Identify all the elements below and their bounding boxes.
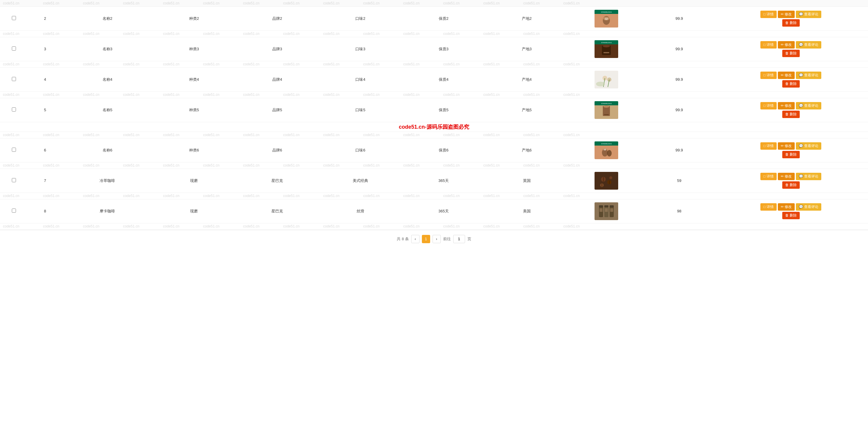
product-image	[594, 202, 618, 220]
row-taste: 口味2	[319, 6, 402, 30]
delete-button[interactable]: 🗑 删除	[782, 111, 800, 118]
row-checkbox-cell	[0, 67, 28, 91]
row-actions: □ 详情 ✏ 修改 💬 查看评论 🗑 删除	[714, 67, 868, 91]
row-type: 种类3	[153, 37, 236, 61]
row-taste: 口味5	[319, 98, 402, 122]
row-checkbox[interactable]	[12, 208, 16, 213]
row-origin: 产地4	[485, 67, 568, 91]
row-brand: 品牌3	[236, 37, 319, 61]
row-checkbox-cell	[0, 138, 28, 162]
detail-button[interactable]: □ 详情	[761, 173, 777, 180]
pagination: 共 8 条 ‹ 1 › 前往 页	[0, 230, 868, 248]
row-actions: □ 详情 ✏ 修改 💬 查看评论 🗑 删除	[714, 6, 868, 30]
detail-button[interactable]: □ 详情	[761, 142, 777, 150]
row-type: 种类6	[153, 138, 236, 162]
row-id: 3	[28, 37, 62, 61]
row-actions: □ 详情 ✏ 修改 💬 查看评论 🗑 删除	[714, 138, 868, 162]
row-checkbox[interactable]	[12, 178, 16, 182]
detail-button[interactable]: □ 详情	[761, 41, 777, 49]
detail-button[interactable]: □ 详情	[761, 11, 777, 18]
row-type: 现磨	[153, 199, 236, 223]
row-checkbox[interactable]	[12, 77, 16, 81]
action-top-buttons: □ 详情 ✏ 修改 💬 查看评论	[716, 203, 866, 210]
row-quality: 365天	[402, 169, 485, 193]
svg-text:12: 12	[605, 18, 608, 20]
row-checkbox[interactable]	[12, 107, 16, 112]
row-origin: 产地3	[485, 37, 568, 61]
row-brand: 星巴克	[236, 199, 319, 223]
review-button[interactable]: 💬 查看评论	[796, 173, 821, 180]
edit-button[interactable]: ✏ 修改	[778, 203, 795, 210]
row-checkbox-cell	[0, 98, 28, 122]
detail-button[interactable]: □ 详情	[761, 203, 777, 210]
row-checkbox-cell	[0, 199, 28, 223]
review-button[interactable]: 💬 查看评论	[796, 41, 821, 49]
delete-button[interactable]: 🗑 删除	[782, 50, 800, 57]
product-image: STARBUCKS	[594, 40, 618, 58]
action-top-buttons: □ 详情 ✏ 修改 💬 查看评论	[716, 72, 866, 79]
table-row: 3 名称3 种类3 品牌3 口味3 保质3 产地3 STARBUCKS 99.9…	[0, 37, 868, 61]
review-button[interactable]: 💬 查看评论	[796, 11, 821, 18]
page-label: 页	[467, 236, 471, 242]
table-row: 5 名称5 种类5 品牌5 口味5 保质5 产地5 STARBUCKS 99.9…	[0, 98, 868, 122]
watermark-row: code51.cncode51.cncode51.cncode51.cncode…	[0, 30, 868, 37]
next-page-btn[interactable]: ›	[433, 235, 441, 243]
row-brand: 品牌6	[236, 138, 319, 162]
row-name: 名称2	[62, 6, 153, 30]
watermark-row: code51.cncode51.cncode51.cncode51.cncode…	[0, 91, 868, 98]
row-origin: 产地6	[485, 138, 568, 162]
svg-rect-47	[605, 208, 608, 212]
row-brand: 星巴克	[236, 169, 319, 193]
row-id: 8	[28, 199, 62, 223]
goto-input[interactable]	[453, 235, 465, 243]
edit-button[interactable]: ✏ 修改	[778, 11, 795, 18]
row-name: 名称5	[62, 98, 153, 122]
delete-button[interactable]: 🗑 删除	[782, 80, 800, 88]
row-name: 名称6	[62, 138, 153, 162]
action-top-buttons: □ 详情 ✏ 修改 💬 查看评论	[716, 41, 866, 49]
edit-button[interactable]: ✏ 修改	[778, 142, 795, 150]
review-button[interactable]: 💬 查看评论	[796, 142, 821, 150]
row-checkbox[interactable]	[12, 16, 16, 20]
action-bottom-buttons: 🗑 删除	[716, 50, 866, 57]
review-button[interactable]: 💬 查看评论	[796, 72, 821, 79]
svg-point-10	[603, 45, 610, 47]
row-actions: □ 详情 ✏ 修改 💬 查看评论 🗑 删除	[714, 199, 868, 223]
row-checkbox[interactable]	[12, 47, 16, 51]
row-id: 7	[28, 169, 62, 193]
detail-button[interactable]: □ 详情	[761, 72, 777, 79]
delete-button[interactable]: 🗑 删除	[782, 19, 800, 27]
row-origin: 产地2	[485, 6, 568, 30]
row-origin: 产地5	[485, 98, 568, 122]
action-top-buttons: □ 详情 ✏ 修改 💬 查看评论	[716, 102, 866, 110]
edit-button[interactable]: ✏ 修改	[778, 72, 795, 79]
svg-text:STARBUCKS: STARBUCKS	[601, 103, 612, 105]
page-1-btn[interactable]: 1	[422, 235, 430, 243]
product-image	[594, 172, 618, 190]
row-checkbox[interactable]	[12, 148, 16, 152]
svg-rect-46	[599, 208, 602, 212]
delete-button[interactable]: 🗑 删除	[782, 212, 800, 219]
svg-rect-23	[604, 114, 609, 115]
prev-page-btn[interactable]: ‹	[411, 235, 420, 243]
row-image-cell	[568, 169, 645, 193]
watermark-row: code51.cncode51.cncode51.cncode51.cncode…	[0, 223, 868, 230]
total-count: 共 8 条	[397, 236, 409, 242]
detail-button[interactable]: □ 详情	[761, 102, 777, 110]
svg-point-38	[609, 176, 612, 179]
delete-button[interactable]: 🗑 删除	[782, 151, 800, 158]
review-button[interactable]: 💬 查看评论	[796, 102, 821, 110]
edit-button[interactable]: ✏ 修改	[778, 102, 795, 110]
edit-button[interactable]: ✏ 修改	[778, 173, 795, 180]
row-checkbox-cell	[0, 6, 28, 30]
row-price: 99.9	[645, 67, 714, 91]
watermark-row: code51.cncode51.cncode51.cncode51.cncode…	[0, 162, 868, 169]
row-taste: 丝滑	[319, 199, 402, 223]
row-type: 种类2	[153, 6, 236, 30]
delete-button[interactable]: 🗑 删除	[782, 181, 800, 189]
svg-text:STARBUCKS: STARBUCKS	[601, 143, 612, 145]
action-top-buttons: □ 详情 ✏ 修改 💬 查看评论	[716, 173, 866, 180]
review-button[interactable]: 💬 查看评论	[796, 203, 821, 210]
edit-button[interactable]: ✏ 修改	[778, 41, 795, 49]
row-name: 名称3	[62, 37, 153, 61]
